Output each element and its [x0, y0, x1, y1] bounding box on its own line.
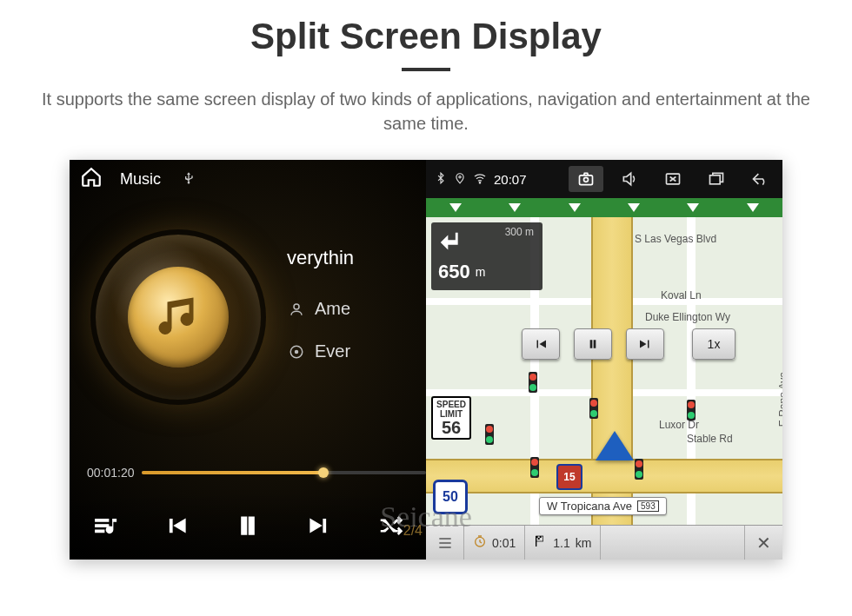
svg-rect-11 [538, 538, 540, 540]
traffic-light-icon [589, 398, 598, 419]
eta-segment[interactable]: 0:01 [464, 526, 525, 560]
track-title: verythin [287, 247, 426, 269]
current-road-panel: W Tropicana Ave 593 [539, 497, 667, 515]
turn-left-icon [438, 228, 468, 261]
music-app: Music verythin Ame Ever [70, 160, 426, 560]
interstate-shield: 15 [556, 464, 582, 490]
sim-prev-button[interactable] [522, 328, 560, 360]
eta-value: 0:01 [492, 536, 516, 550]
lane-arrow-icon [569, 203, 581, 212]
album-name: Ever [315, 341, 350, 361]
bluetooth-icon [435, 172, 447, 187]
speed-limit-value: 56 [433, 419, 469, 436]
street-label: Luxor Dr [659, 419, 699, 431]
distance-segment[interactable]: 1.1 km [525, 526, 601, 560]
playlist-button[interactable] [83, 513, 127, 539]
progress-fill [142, 471, 324, 474]
progress-row: 00:01:20 [87, 466, 426, 480]
current-road-name: W Tropicana Ave [547, 500, 632, 513]
street-label: E Reno Ave [777, 372, 782, 427]
remaining-unit: km [576, 536, 592, 550]
home-icon[interactable] [80, 166, 103, 192]
sim-next-button[interactable] [626, 328, 664, 360]
navigation-map[interactable]: S Las Vegas Blvd Koval Ln Duke Ellington… [426, 198, 782, 560]
close-app-button[interactable] [656, 166, 690, 192]
page-description: It supports the same screen display of t… [0, 87, 852, 136]
album-icon [287, 344, 306, 360]
speed-limit-sign: SPEED LIMIT 56 [431, 396, 471, 440]
stopwatch-icon [473, 534, 487, 551]
nav-close-button[interactable]: ✕ [744, 526, 782, 560]
music-controls [70, 492, 426, 560]
lane-arrow-icon [628, 203, 640, 212]
title-underline [402, 68, 450, 71]
track-metadata: verythin Ame Ever [287, 247, 426, 384]
music-note-icon [128, 267, 229, 368]
traffic-light-icon [529, 372, 537, 393]
wifi-icon [473, 171, 487, 188]
nav-bottom-bar: 0:01 1.1 km ✕ [426, 525, 782, 560]
back-button[interactable] [742, 166, 777, 192]
progress-knob[interactable] [318, 467, 329, 478]
sim-pause-button[interactable] [574, 328, 612, 360]
play-pause-button[interactable] [226, 511, 270, 540]
album-art [96, 235, 261, 400]
system-status-bar: 20:07 [426, 160, 782, 198]
turn-instruction-panel: 300 m 650 m [431, 222, 542, 290]
clock: 20:07 [494, 172, 527, 187]
route-shield: 50 [433, 480, 468, 514]
page-title: Split Screen Display [0, 16, 852, 57]
next-track-button[interactable] [297, 513, 341, 539]
street-label: Koval Ln [661, 289, 702, 301]
lane-arrow-icon [449, 203, 462, 212]
shuffle-button[interactable] [369, 513, 412, 539]
svg-point-6 [584, 177, 589, 182]
music-topbar: Music [70, 160, 426, 198]
turn-distance-unit: m [476, 265, 486, 279]
speed-limit-label: SPEED LIMIT [433, 400, 469, 419]
next-turn-distance: 300 m [505, 226, 534, 238]
street-label: Stable Rd [687, 433, 733, 445]
nav-menu-button[interactable] [426, 526, 464, 560]
elapsed-time: 00:01:20 [87, 466, 135, 480]
right-column: 20:07 [426, 160, 782, 560]
device-screenshot: Music verythin Ame Ever [70, 160, 782, 560]
traffic-light-icon [530, 457, 539, 478]
svg-rect-8 [710, 176, 721, 184]
location-icon [454, 172, 466, 187]
music-app-label: Music [120, 170, 161, 189]
usb-icon[interactable] [182, 171, 196, 188]
screenshot-button[interactable] [569, 166, 603, 192]
street-label: Duke Ellington Wy [645, 311, 730, 323]
svg-point-0 [294, 304, 299, 309]
lane-guidance-bar [426, 198, 782, 217]
exit-badge: 593 [637, 500, 659, 512]
svg-point-2 [296, 350, 298, 353]
svg-point-4 [479, 182, 480, 182]
vehicle-position-icon [596, 431, 634, 460]
svg-point-3 [459, 176, 461, 177]
road-main-horizontal [426, 459, 782, 493]
volume-button[interactable] [612, 166, 647, 192]
svg-rect-5 [580, 176, 593, 185]
turn-distance: 650 [438, 261, 470, 283]
traffic-light-icon [635, 459, 643, 480]
lane-arrow-icon [687, 203, 699, 212]
traffic-light-icon [485, 424, 494, 445]
remaining-distance: 1.1 [553, 536, 569, 550]
traffic-light-icon [687, 400, 696, 421]
progress-bar[interactable] [142, 471, 427, 474]
checkered-flag-icon [534, 534, 548, 551]
sim-speed-button[interactable]: 1x [692, 328, 736, 360]
artist-name: Ame [315, 299, 350, 319]
lane-arrow-icon [509, 203, 521, 212]
lane-arrow-icon [747, 203, 759, 212]
prev-track-button[interactable] [155, 513, 198, 539]
artist-icon [287, 301, 306, 317]
recents-button[interactable] [699, 166, 734, 192]
street-label: S Las Vegas Blvd [635, 233, 716, 245]
